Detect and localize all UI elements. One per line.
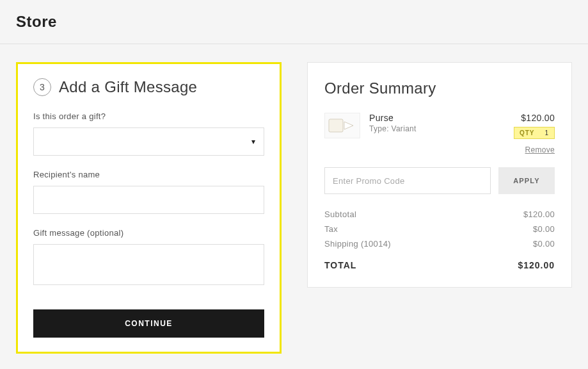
tax-label: Tax bbox=[324, 224, 338, 234]
is-gift-field: Is this order a gift? ▾ bbox=[33, 111, 264, 156]
svg-rect-0 bbox=[329, 119, 343, 132]
message-label: Gift message (optional) bbox=[33, 228, 264, 238]
shipping-row: Shipping (10014) $0.00 bbox=[324, 239, 555, 249]
shipping-value: $0.00 bbox=[533, 239, 555, 249]
promo-row: APPLY bbox=[324, 167, 555, 194]
line-item: Purse Type: Variant $120.00 QTY 1 bbox=[324, 113, 555, 139]
item-price: $120.00 bbox=[521, 113, 555, 123]
step-header: 3 Add a Gift Message bbox=[33, 78, 264, 96]
recipient-field: Recipient's name bbox=[33, 170, 264, 214]
total-value: $120.00 bbox=[518, 260, 555, 270]
is-gift-select-wrap: ▾ bbox=[33, 127, 264, 156]
checkout-content: 3 Add a Gift Message Is this order a gif… bbox=[0, 44, 588, 369]
apply-button[interactable]: APPLY bbox=[498, 167, 555, 194]
total-label: TOTAL bbox=[324, 260, 356, 270]
step-number-circle: 3 bbox=[33, 78, 51, 96]
gift-message-panel: 3 Add a Gift Message Is this order a gif… bbox=[16, 62, 282, 354]
item-info: Purse Type: Variant bbox=[369, 113, 505, 139]
subtotal-value: $120.00 bbox=[523, 209, 555, 219]
order-summary-panel: Order Summary Purse Type: Variant $120.0… bbox=[307, 62, 572, 288]
shipping-label: Shipping (10014) bbox=[324, 239, 391, 249]
qty-value: 1 bbox=[544, 129, 549, 136]
qty-badge: QTY 1 bbox=[514, 127, 555, 139]
item-type: Type: Variant bbox=[369, 124, 505, 133]
is-gift-label: Is this order a gift? bbox=[33, 111, 264, 121]
is-gift-select[interactable] bbox=[33, 127, 264, 156]
item-thumbnail bbox=[324, 113, 360, 138]
order-summary-title: Order Summary bbox=[324, 79, 555, 97]
message-field: Gift message (optional) bbox=[33, 228, 264, 288]
recipient-input[interactable] bbox=[33, 186, 264, 214]
subtotal-row: Subtotal $120.00 bbox=[324, 209, 555, 219]
item-right: $120.00 QTY 1 bbox=[514, 113, 555, 139]
subtotal-label: Subtotal bbox=[324, 209, 356, 219]
continue-button[interactable]: CONTINUE bbox=[33, 309, 264, 338]
remove-row: Remove bbox=[324, 144, 555, 154]
message-textarea[interactable] bbox=[33, 244, 264, 285]
step-title: Add a Gift Message bbox=[59, 78, 197, 96]
remove-link[interactable]: Remove bbox=[525, 145, 555, 154]
tax-row: Tax $0.00 bbox=[324, 224, 555, 234]
qty-label: QTY bbox=[520, 129, 535, 136]
total-row: TOTAL $120.00 bbox=[324, 260, 555, 270]
page-title: Store bbox=[16, 13, 572, 31]
purse-icon bbox=[328, 117, 357, 135]
promo-code-input[interactable] bbox=[324, 167, 491, 194]
recipient-label: Recipient's name bbox=[33, 170, 264, 179]
store-header: Store bbox=[0, 0, 588, 44]
tax-value: $0.00 bbox=[533, 224, 555, 234]
item-name: Purse bbox=[369, 113, 505, 123]
